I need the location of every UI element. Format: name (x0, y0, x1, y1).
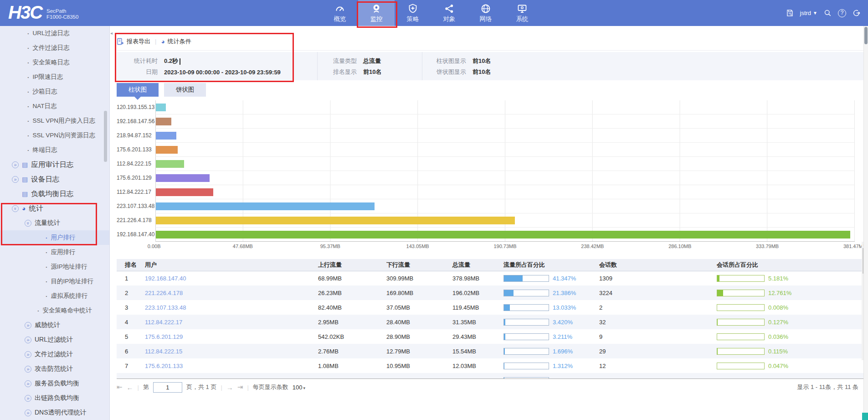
chevron-double-right-circle-icon[interactable]: » (12, 176, 19, 183)
page-scrollbar[interactable] (863, 26, 868, 420)
chevron-double-down-circle-icon[interactable]: » (12, 205, 19, 212)
chart-category-label: 218.94.87.152 (117, 129, 155, 143)
shield-plus-icon (407, 3, 418, 14)
topnav-item-monitor[interactable]: 监控 (358, 0, 395, 26)
chevron-double-right-circle-icon[interactable]: » (25, 366, 31, 373)
search-icon[interactable] (823, 9, 832, 17)
topnav-item-objects[interactable]: 对象 (431, 0, 467, 26)
tab-bar-chart[interactable]: 柱状图 (117, 83, 159, 97)
chart-plot-track (155, 100, 855, 114)
next-page-icon[interactable]: → (226, 384, 233, 391)
user-ip-link[interactable]: 112.84.222.15 (145, 348, 182, 355)
chevron-double-right-circle-icon[interactable]: » (25, 395, 31, 402)
uplink-cell: 2.95MB (313, 315, 381, 329)
progress-track (503, 377, 549, 379)
sidebar-item-server-load-balance[interactable]: »服务器负载均衡 (0, 376, 109, 391)
axis-tick-label: 333.79MB (756, 244, 779, 249)
sidebar-item-security-policy-log[interactable]: ·安全策略日志 (0, 55, 109, 70)
user-ip-link[interactable]: 112.84.222.17 (145, 319, 182, 326)
logout-icon[interactable] (852, 9, 861, 17)
chevron-double-right-circle-icon[interactable]: » (25, 337, 31, 343)
chevron-double-right-circle-icon[interactable]: » (25, 410, 31, 416)
sidebar-item-file-filter-statistics[interactable]: »文件过滤统计 (0, 347, 109, 362)
sidebar-item-virtual-system-ranking[interactable]: ·虚拟系统排行 (0, 289, 109, 303)
last-page-icon[interactable]: ⇥ (237, 383, 243, 391)
topnav-item-network[interactable]: 网络 (467, 0, 504, 26)
user-ip-link[interactable]: 175.6.201.133 (145, 363, 183, 369)
user-menu[interactable]: jstrd ▼ (800, 10, 817, 16)
sidebar-item-app-audit-log[interactable]: »▤应用审计日志 (0, 157, 109, 172)
save-icon[interactable] (786, 9, 794, 17)
sidebar-item-user-ranking[interactable]: ·用户排行 (0, 230, 109, 245)
sidebar-item-traffic-statistics[interactable]: »流量统计 (0, 216, 109, 230)
sidebar-item-dns-transparent-proxy-stats[interactable]: »DNS透明代理统计 (0, 405, 109, 420)
sidebar-item-ip-rate-limit-log[interactable]: ·IP限速日志 (0, 70, 109, 84)
prev-page-icon[interactable]: ← (127, 384, 134, 391)
main-content: ◂ 报表导出 | ◕ 统计条件 统计耗时0.2秒 日期2023-10-09 00… (110, 26, 863, 420)
help-icon[interactable]: ? (838, 9, 846, 17)
chart-bar[interactable] (156, 146, 178, 154)
uplink-cell: 542.02KB (313, 329, 381, 344)
topnav-item-policy[interactable]: 策略 (395, 0, 431, 26)
chart-bar[interactable] (156, 202, 375, 210)
sidebar-item-threat-statistics[interactable]: »威胁统计 (0, 318, 109, 332)
user-ip-link[interactable]: 218.94.87.152 (145, 377, 183, 379)
sidebar-item-statistics[interactable]: »◕统计 (0, 201, 109, 216)
rank-display-value: 前10名 (363, 68, 381, 76)
sidebar-item-app-ranking[interactable]: ·应用排行 (0, 245, 109, 259)
report-export-button[interactable]: 报表导出 (117, 37, 150, 46)
sidebar-item-terminal-log[interactable]: ·终端日志 (0, 143, 109, 157)
sidebar-collapse-handle[interactable]: ◂ (110, 31, 113, 36)
chart-bar[interactable] (156, 188, 213, 196)
session-percent-bar: 0.008% (717, 304, 864, 311)
user-ip-link[interactable]: 223.107.133.48 (145, 304, 186, 311)
user-cell: 218.94.87.152 (139, 373, 313, 379)
sidebar-item-src-ip-ranking[interactable]: ·源IP地址排行 (0, 259, 109, 274)
chart-bar[interactable] (156, 160, 184, 168)
chevron-double-down-circle-icon[interactable]: » (25, 220, 31, 227)
user-ip-link[interactable]: 192.168.147.40 (145, 275, 186, 282)
sidebar-item-outbound-link-load-balance[interactable]: »出链路负载均衡 (0, 391, 109, 405)
rank-cell: 3 (117, 300, 139, 315)
topnav-item-label: 概览 (334, 15, 346, 23)
sidebar-scrollbar[interactable] (104, 111, 107, 162)
chart-bar[interactable] (156, 132, 176, 140)
sidebar-item-file-filter-log[interactable]: ·文件过滤日志 (0, 41, 109, 55)
total-cell: 29.43MB (447, 329, 498, 344)
sidebar-item-url-filter-log[interactable]: ·URL过滤日志 (0, 26, 109, 41)
first-page-icon[interactable]: ⇤ (117, 383, 123, 391)
traffic-pct-cell: 1.696% (498, 344, 594, 358)
topnav-item-system[interactable]: 系统 (504, 0, 540, 26)
per-page-select[interactable]: 100▾ (293, 384, 305, 391)
sidebar-item-sandbox-log[interactable]: ·沙箱日志 (0, 84, 109, 99)
chart-bar[interactable] (156, 231, 850, 239)
sidebar-item-label: 统计 (29, 204, 43, 213)
downlink-cell: 10.95MB (381, 358, 447, 373)
sidebar-item-url-filter-statistics[interactable]: »URL过滤统计 (0, 332, 109, 347)
sidebar-item-attack-defense-statistics[interactable]: »攻击防范统计 (0, 362, 109, 376)
user-ip-link[interactable]: 221.226.4.178 (145, 290, 183, 296)
sidebar-item-dst-ip-ranking[interactable]: ·目的IP地址排行 (0, 274, 109, 289)
sidebar-item-device-log[interactable]: »▤设备日志 (0, 172, 109, 187)
sidebar-item-nat-log[interactable]: ·NAT日志 (0, 99, 109, 114)
sidebar-item-ssl-vpn-resource-access-log[interactable]: ·SSL VPN访问资源日志 (0, 128, 109, 143)
page-number-input[interactable] (153, 382, 182, 393)
sidebar-item-ssl-vpn-user-access-log[interactable]: ·SSL VPN用户接入日志 (0, 114, 109, 128)
page-scrollbar-thumb[interactable] (864, 27, 868, 44)
session-pct-cell: 0.047% (711, 358, 864, 373)
chevron-double-right-circle-icon[interactable]: » (25, 322, 31, 329)
chart-bar[interactable] (156, 174, 210, 182)
sidebar-item-load-balance-log[interactable]: ▤负载均衡日志 (0, 187, 109, 201)
chevron-double-right-circle-icon[interactable]: » (12, 161, 19, 168)
topnav-item-overview[interactable]: 概览 (322, 0, 358, 26)
progress-track (717, 275, 765, 282)
tab-pie-chart[interactable]: 饼状图 (164, 83, 206, 97)
chart-bar[interactable] (156, 104, 166, 111)
user-ip-link[interactable]: 175.6.201.129 (145, 333, 183, 340)
chart-bar[interactable] (156, 217, 515, 224)
sidebar-item-security-policy-hit-stats[interactable]: ·安全策略命中统计 (0, 303, 109, 318)
chevron-double-right-circle-icon[interactable]: » (25, 380, 31, 387)
chevron-double-right-circle-icon[interactable]: » (25, 351, 31, 358)
chart-bar[interactable] (156, 118, 171, 125)
stat-conditions-button[interactable]: ◕ 统计条件 (161, 37, 191, 46)
